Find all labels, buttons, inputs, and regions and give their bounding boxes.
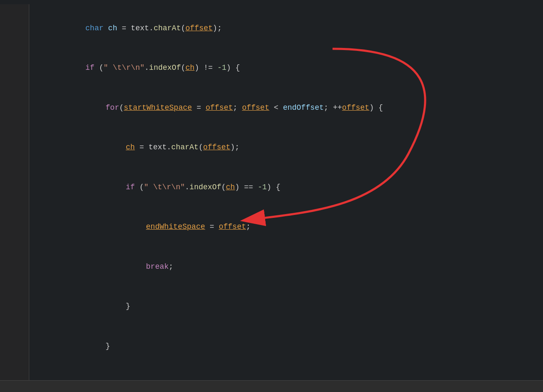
status-bar bbox=[0, 380, 543, 392]
code-editor: char ch = text.charAt(offset); if (" \t\… bbox=[0, 0, 543, 392]
code-line: ch = text.charAt(offset); bbox=[38, 128, 535, 168]
code-line: } bbox=[38, 326, 535, 366]
code-line: } bbox=[38, 287, 535, 327]
line-gutter bbox=[0, 4, 29, 388]
code-line: endWhiteSpace = offset; bbox=[38, 207, 535, 247]
code-line: break; bbox=[38, 247, 535, 287]
code-line: if (" \t\r\n".indexOf(ch) != -1) { bbox=[38, 48, 535, 88]
code-line: for(startWhiteSpace = offset; offset < e… bbox=[38, 88, 535, 128]
code-area: char ch = text.charAt(offset); if (" \t\… bbox=[29, 4, 543, 388]
code-line: char ch = text.charAt(offset); bbox=[38, 8, 535, 48]
code-line: if (" \t\r\n".indexOf(ch) == -1) { bbox=[38, 167, 535, 207]
